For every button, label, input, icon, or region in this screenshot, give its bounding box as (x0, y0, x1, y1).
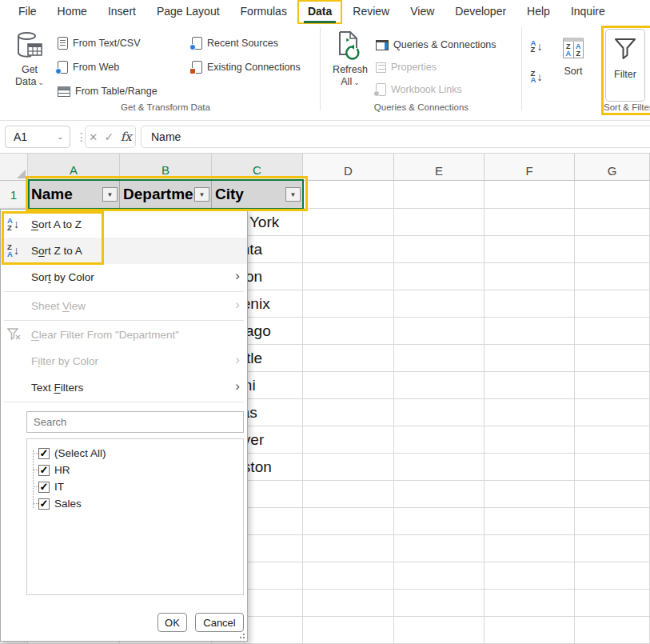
cell-G7[interactable] (575, 345, 650, 372)
cell-F17[interactable] (485, 617, 575, 644)
insert-function-icon[interactable]: fx (121, 130, 132, 144)
cell-F9[interactable] (485, 399, 575, 426)
checkbox[interactable]: ✓ (38, 465, 50, 476)
cell-D13[interactable] (303, 508, 394, 535)
cell-F5[interactable] (485, 290, 575, 318)
cell-G13[interactable] (575, 508, 650, 535)
cell-G9[interactable] (575, 399, 650, 426)
autofilter-button-department[interactable]: ▼ (194, 187, 209, 202)
cell-G14[interactable] (575, 535, 650, 562)
sort-button[interactable]: ZAAZ Sort (555, 30, 592, 78)
cell-B1[interactable]: Department▼ (120, 181, 212, 209)
resize-grip[interactable] (238, 632, 245, 638)
cell-E10[interactable] (394, 426, 485, 454)
cell-D3[interactable] (303, 236, 394, 263)
cell-D12[interactable] (303, 481, 394, 508)
cell-D14[interactable] (303, 535, 394, 562)
menu-item-sort-a-to-z[interactable]: AZ↓Sort A to Z (1, 211, 247, 238)
tab-review[interactable]: Review (342, 0, 400, 24)
menu-item-sort-z-to-a[interactable]: ZA↓Sort Z to A (1, 238, 247, 264)
checkbox[interactable]: ✓ (38, 482, 50, 493)
sort-descending-button[interactable]: ZA↓ (524, 66, 548, 88)
tab-help[interactable]: Help (516, 0, 560, 24)
cell-F3[interactable] (485, 236, 575, 263)
tab-insert[interactable]: Insert (98, 0, 146, 24)
cell-D4[interactable] (303, 263, 394, 290)
cell-G6[interactable] (575, 318, 650, 345)
formula-input[interactable]: Name (141, 126, 650, 148)
cell-E4[interactable] (394, 263, 485, 290)
filter-value-hr[interactable]: ✓HR (27, 462, 243, 478)
from-web-button[interactable]: From Web (58, 59, 119, 75)
cell-D15[interactable] (303, 562, 394, 590)
cell-G15[interactable] (575, 562, 650, 590)
cell-F8[interactable] (485, 372, 575, 399)
cell-D10[interactable] (303, 426, 394, 454)
recent-sources-button[interactable]: Recent Sources (192, 35, 278, 51)
cell-F1[interactable] (485, 181, 575, 209)
cell-D1[interactable] (303, 181, 394, 209)
cell-E14[interactable] (394, 535, 485, 562)
cell-A1[interactable]: Name▼ (28, 181, 120, 209)
cell-E9[interactable] (394, 399, 485, 426)
tab-page-layout[interactable]: Page Layout (146, 0, 230, 24)
cell-D5[interactable] (303, 290, 394, 318)
filter-value-select-all[interactable]: ✓(Select All) (27, 445, 243, 462)
cell-F6[interactable] (485, 318, 575, 345)
cell-E13[interactable] (394, 508, 485, 535)
cell-E17[interactable] (394, 617, 485, 644)
cell-D6[interactable] (303, 318, 394, 345)
cell-F15[interactable] (485, 562, 575, 590)
cell-D8[interactable] (303, 372, 394, 399)
chevron-down-icon[interactable]: ⌄ (57, 133, 63, 141)
autofilter-button-city[interactable]: ▼ (285, 187, 301, 202)
checkbox[interactable]: ✓ (38, 498, 50, 510)
column-header-E[interactable]: E (394, 154, 485, 181)
cell-E5[interactable] (394, 290, 485, 318)
cell-G8[interactable] (575, 372, 650, 399)
cell-D16[interactable] (303, 590, 394, 617)
cell-E11[interactable] (394, 454, 485, 481)
sort-ascending-button[interactable]: AZ↓ (524, 35, 548, 58)
cell-G5[interactable] (575, 290, 650, 318)
menu-item-text-filters[interactable]: Text Filters› (1, 374, 247, 401)
cell-F16[interactable] (485, 590, 575, 617)
cell-E6[interactable] (394, 318, 485, 345)
cell-E16[interactable] (394, 590, 485, 617)
cell-G4[interactable] (575, 263, 650, 290)
cell-D2[interactable] (303, 209, 394, 236)
cell-F14[interactable] (485, 535, 575, 562)
cell-D7[interactable] (303, 345, 394, 372)
cell-G12[interactable] (575, 481, 650, 508)
cell-G1[interactable] (575, 181, 650, 209)
tab-inquire[interactable]: Inquire (560, 0, 616, 24)
checkbox[interactable]: ✓ (38, 448, 50, 459)
tab-data[interactable]: Data (297, 0, 342, 24)
cell-F10[interactable] (485, 426, 575, 454)
filter-value-list[interactable]: ✓(Select All)✓HR✓IT✓Sales (26, 438, 244, 595)
get-data-button[interactable]: Get Data⌄ (6, 29, 53, 89)
column-header-A[interactable]: A (28, 154, 120, 181)
enter-icon[interactable]: ✓ (105, 130, 114, 143)
cell-F11[interactable] (485, 454, 575, 481)
tab-file[interactable]: File (8, 0, 47, 24)
cell-F2[interactable] (485, 209, 575, 236)
name-box[interactable]: A1 ⌄ (5, 126, 70, 148)
select-all-corner[interactable] (0, 154, 28, 181)
cell-F4[interactable] (485, 263, 575, 290)
cell-D9[interactable] (303, 399, 394, 426)
column-header-F[interactable]: F (485, 154, 575, 181)
tab-view[interactable]: View (400, 0, 445, 24)
cell-F12[interactable] (485, 481, 575, 508)
refresh-all-button[interactable]: Refresh All⌄ (328, 29, 373, 89)
cancel-icon[interactable]: ✕ (89, 131, 98, 143)
cell-F13[interactable] (485, 508, 575, 535)
from-table-range-button[interactable]: From Table/Range (58, 83, 158, 99)
menu-item-sort-by-color[interactable]: Sort by Color› (1, 264, 247, 290)
cell-E7[interactable] (394, 345, 485, 372)
tab-developer[interactable]: Developer (445, 0, 516, 24)
column-header-C[interactable]: C (212, 154, 303, 181)
ok-button[interactable]: OK (158, 613, 187, 632)
tab-formulas[interactable]: Formulas (230, 0, 297, 24)
cell-E1[interactable] (394, 181, 485, 209)
